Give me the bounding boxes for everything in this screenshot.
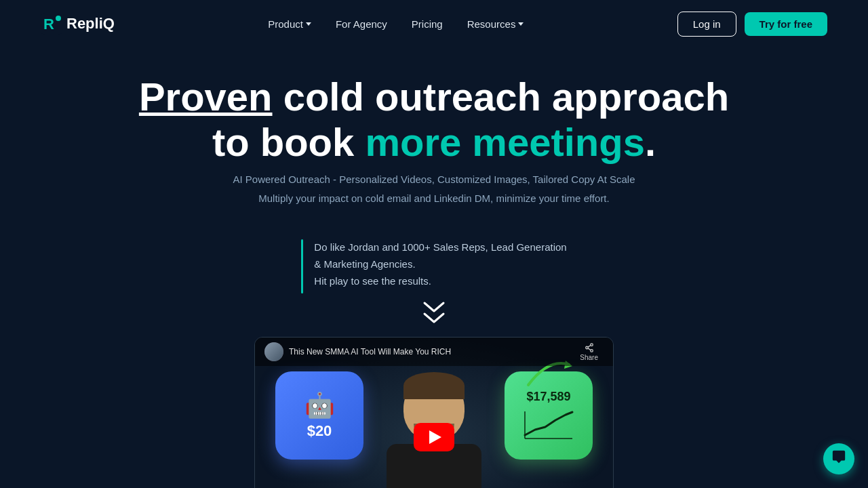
- video-section: This New SMMA AI Tool Will Make You RICH…: [0, 337, 868, 488]
- chart-icon: [521, 408, 576, 442]
- svg-point-4: [585, 346, 588, 349]
- hero-title: Proven cold outreach approach to book mo…: [14, 75, 854, 165]
- chevrons-indicator: [0, 300, 868, 325]
- nav-links: Product For Agency Pricing Resources: [258, 13, 533, 35]
- chat-icon: [831, 449, 846, 468]
- quote-bar: [301, 239, 303, 293]
- hero-title-line2-start: to book: [212, 120, 366, 164]
- svg-point-2: [56, 16, 61, 21]
- svg-point-3: [590, 344, 593, 346]
- chat-bubble[interactable]: [823, 443, 854, 474]
- resources-chevron-icon: [518, 22, 524, 26]
- quote-block: Do like Jordan and 1000+ Sales Reps, Lea…: [0, 239, 868, 293]
- nav-resources[interactable]: Resources: [458, 13, 534, 35]
- video-share-button[interactable]: Share: [574, 340, 604, 364]
- hero-subtitle1: AI Powered Outreach - Personalized Video…: [14, 171, 854, 188]
- chevrons-down-icon: [420, 300, 448, 325]
- hero-section: Proven cold outreach approach to book mo…: [0, 47, 868, 220]
- logo-text: RepliQ: [66, 15, 115, 33]
- play-icon: [429, 430, 441, 444]
- video-avatar: [264, 342, 283, 361]
- login-button[interactable]: Log in: [677, 12, 736, 37]
- video-title-bar: This New SMMA AI Tool Will Make You RICH: [283, 347, 574, 357]
- video-title-text: This New SMMA AI Tool Will Make You RICH: [289, 347, 451, 357]
- card-left-price: $20: [307, 422, 332, 440]
- video-thumbnail: This New SMMA AI Tool Will Make You RICH…: [255, 338, 613, 488]
- svg-point-5: [590, 350, 593, 352]
- robot-icon: 🤖: [304, 391, 335, 420]
- navbar: R RepliQ Product For Agency Pricing Reso…: [0, 0, 868, 47]
- product-chevron-icon: [306, 22, 311, 26]
- nav-for-agency[interactable]: For Agency: [326, 13, 397, 35]
- hero-title-more: more meetings: [365, 120, 645, 164]
- svg-text:R: R: [43, 16, 54, 33]
- video-topbar: This New SMMA AI Tool Will Make You RICH…: [255, 338, 613, 366]
- nav-pricing[interactable]: Pricing: [402, 13, 452, 35]
- svg-line-7: [588, 348, 591, 350]
- video-share-text: Share: [580, 354, 598, 361]
- try-free-button[interactable]: Try for free: [745, 12, 827, 36]
- share-icon: [585, 343, 594, 352]
- play-button[interactable]: [414, 423, 454, 451]
- video-wrapper[interactable]: This New SMMA AI Tool Will Make You RICH…: [254, 337, 614, 488]
- hero-title-line1: cold outreach approach: [273, 75, 730, 119]
- svg-line-6: [588, 345, 591, 347]
- quote-text: Do like Jordan and 1000+ Sales Reps, Lea…: [314, 239, 566, 289]
- nav-product[interactable]: Product: [258, 13, 321, 35]
- hero-title-period: .: [645, 120, 656, 164]
- hero-subtitle2: Multiply your impact on cold email and L…: [14, 190, 854, 207]
- nav-actions: Log in Try for free: [677, 12, 827, 37]
- hero-title-proven: Proven: [139, 75, 273, 119]
- video-card-robot: 🤖 $20: [275, 371, 363, 460]
- logo[interactable]: R RepliQ: [41, 13, 115, 35]
